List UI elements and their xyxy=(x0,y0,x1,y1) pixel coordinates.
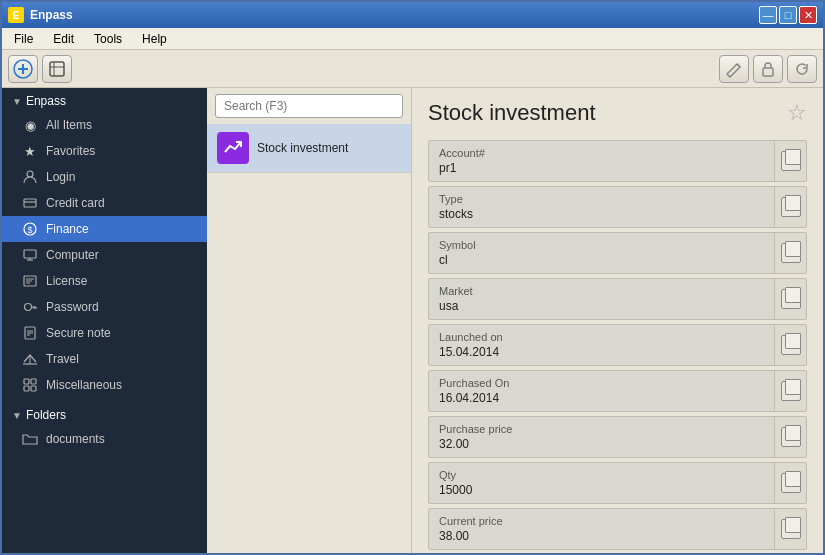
add-button[interactable] xyxy=(8,55,38,83)
copy-button[interactable] xyxy=(774,417,806,457)
field-row: Current price 38.00 xyxy=(428,508,807,550)
field-content: Qty 15000 xyxy=(429,463,774,503)
svg-rect-7 xyxy=(763,68,773,76)
sidebar-item-documents[interactable]: documents xyxy=(2,426,207,452)
field-label: Symbol xyxy=(439,239,764,251)
item-icon xyxy=(217,132,249,164)
field-row: Purchased On 16.04.2014 xyxy=(428,370,807,412)
copy-button[interactable] xyxy=(774,233,806,273)
enpass-arrow-icon: ▼ xyxy=(12,96,22,107)
copy-button[interactable] xyxy=(774,325,806,365)
miscellaneous-icon xyxy=(22,377,38,393)
license-icon xyxy=(22,273,38,289)
sidebar-label-travel: Travel xyxy=(46,352,197,366)
svg-text:$: $ xyxy=(27,225,32,235)
sidebar-item-credit-card[interactable]: Credit card xyxy=(2,190,207,216)
list-item[interactable]: Stock investment xyxy=(207,124,411,173)
copy-button[interactable] xyxy=(774,463,806,503)
maximize-button[interactable]: □ xyxy=(779,6,797,24)
sidebar-item-secure-note[interactable]: Secure note xyxy=(2,320,207,346)
toolbar xyxy=(2,50,823,88)
sidebar: ▼ Enpass ◉ All Items ★ Favorites Login xyxy=(2,88,207,553)
field-content: Market usa xyxy=(429,279,774,319)
main-area: ▼ Enpass ◉ All Items ★ Favorites Login xyxy=(2,88,823,553)
sidebar-item-travel[interactable]: Travel xyxy=(2,346,207,372)
field-row: Symbol cl xyxy=(428,232,807,274)
sidebar-folders-label: Folders xyxy=(26,408,66,422)
sidebar-label-license: License xyxy=(46,274,197,288)
sidebar-item-favorites[interactable]: ★ Favorites xyxy=(2,138,207,164)
travel-icon xyxy=(22,351,38,367)
copy-icon xyxy=(781,473,801,493)
sidebar-item-finance[interactable]: $ Finance xyxy=(2,216,207,242)
item-list: Stock investment xyxy=(207,124,411,553)
svg-rect-32 xyxy=(24,386,29,391)
svg-line-6 xyxy=(737,64,740,67)
favorite-star-button[interactable]: ☆ xyxy=(787,100,807,126)
field-row: Type stocks xyxy=(428,186,807,228)
sidebar-item-login[interactable]: Login xyxy=(2,164,207,190)
field-content: Purchased On 16.04.2014 xyxy=(429,371,774,411)
svg-point-20 xyxy=(25,304,32,311)
folders-section: ▼ Folders documents xyxy=(2,402,207,452)
copy-button[interactable] xyxy=(774,141,806,181)
detail-panel: Stock investment ☆ Account# pr1 Type sto… xyxy=(412,88,823,553)
copy-icon xyxy=(781,151,801,171)
item-label: Stock investment xyxy=(257,141,348,155)
sidebar-enpass-header[interactable]: ▼ Enpass xyxy=(2,88,207,112)
login-icon xyxy=(22,169,38,185)
window-title: Enpass xyxy=(30,8,73,22)
field-row: Account# pr1 xyxy=(428,140,807,182)
menu-bar: File Edit Tools Help xyxy=(2,28,823,50)
sidebar-folders-header[interactable]: ▼ Folders xyxy=(2,402,207,426)
folders-arrow-icon: ▼ xyxy=(12,410,22,421)
copy-icon xyxy=(781,243,801,263)
svg-rect-13 xyxy=(24,250,36,258)
refresh-button[interactable] xyxy=(787,55,817,83)
sidebar-label-credit-card: Credit card xyxy=(46,196,197,210)
field-row: Market usa xyxy=(428,278,807,320)
field-row: Purchase price 32.00 xyxy=(428,416,807,458)
password-icon xyxy=(22,299,38,315)
computer-icon xyxy=(22,247,38,263)
field-content: Current price 38.00 xyxy=(429,509,774,549)
app-icon: E xyxy=(8,7,24,23)
copy-button[interactable] xyxy=(774,279,806,319)
sidebar-item-computer[interactable]: Computer xyxy=(2,242,207,268)
copy-icon xyxy=(781,381,801,401)
sidebar-label-documents: documents xyxy=(46,432,197,446)
sync-button[interactable] xyxy=(42,55,72,83)
svg-rect-3 xyxy=(50,62,64,76)
sidebar-item-password[interactable]: Password xyxy=(2,294,207,320)
copy-button[interactable] xyxy=(774,187,806,227)
field-content: Purchase price 32.00 xyxy=(429,417,774,457)
menu-help[interactable]: Help xyxy=(134,30,175,48)
menu-edit[interactable]: Edit xyxy=(45,30,82,48)
minimize-button[interactable]: — xyxy=(759,6,777,24)
sidebar-item-license[interactable]: License xyxy=(2,268,207,294)
copy-button[interactable] xyxy=(774,371,806,411)
search-input[interactable] xyxy=(215,94,403,118)
middle-panel: Stock investment xyxy=(207,88,412,553)
field-value: cl xyxy=(439,253,764,267)
sidebar-label-all-items: All Items xyxy=(46,118,197,132)
field-row: Qty 15000 xyxy=(428,462,807,504)
menu-file[interactable]: File xyxy=(6,30,41,48)
sidebar-item-all-items[interactable]: ◉ All Items xyxy=(2,112,207,138)
sidebar-label-miscellaneous: Miscellaneous xyxy=(46,378,197,392)
edit-button[interactable] xyxy=(719,55,749,83)
close-button[interactable]: ✕ xyxy=(799,6,817,24)
all-items-icon: ◉ xyxy=(22,117,38,133)
sidebar-label-secure-note: Secure note xyxy=(46,326,197,340)
copy-button[interactable] xyxy=(774,509,806,549)
detail-header: Stock investment ☆ xyxy=(428,100,807,126)
lock-button[interactable] xyxy=(753,55,783,83)
field-label: Purchased On xyxy=(439,377,764,389)
menu-tools[interactable]: Tools xyxy=(86,30,130,48)
svg-rect-30 xyxy=(24,379,29,384)
sidebar-item-miscellaneous[interactable]: Miscellaneous xyxy=(2,372,207,398)
copy-icon xyxy=(781,289,801,309)
field-value: 15.04.2014 xyxy=(439,345,764,359)
field-content: Symbol cl xyxy=(429,233,774,273)
toolbar-left xyxy=(8,55,72,83)
